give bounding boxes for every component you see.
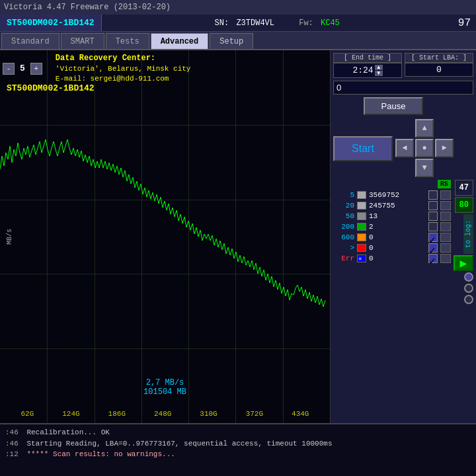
drive-bar: ST500DM002-1BD142 SN: Z3TDW4VL Fw: KC45 … (0, 15, 476, 32)
speed-plus-btn[interactable]: + (30, 63, 42, 75)
log-area: :46 Recalibration... OK :46 Starting Rea… (0, 423, 476, 476)
scan-check-5[interactable]: ✓ (428, 243, 438, 253)
speed-minus-btn[interactable]: - (3, 63, 15, 75)
drive-sn: SN: Z3TDW4VL Fw: KC45 (102, 19, 453, 28)
nav-right-btn[interactable]: ► (435, 139, 454, 157)
end-time-label: [ End time ] (333, 53, 402, 63)
drc-title: Data Recovery Center: (56, 53, 191, 64)
scan-row-4: 600 0 ✓ (333, 232, 451, 243)
scan-mini-0 (440, 190, 451, 200)
scan-ms-2: 50 (333, 212, 354, 220)
scan-mini-5 (440, 243, 451, 253)
drc-line2: E-mail: sergei@hdd-911.com (56, 74, 191, 84)
end-time-value: 2:24 ▲ ▼ (333, 63, 402, 78)
speed-value: 5 (20, 63, 25, 73)
y-axis-label: MB/s (6, 229, 13, 245)
scan-check-1[interactable] (428, 201, 438, 210)
scan-mini-2 (440, 212, 451, 221)
nav-up-btn[interactable]: ▲ (415, 119, 434, 138)
scan-count-4: 0 (369, 233, 426, 241)
time-down-btn[interactable]: ▼ (375, 71, 383, 76)
start-lba-label: [ Start LBA: ] (405, 53, 473, 63)
scan-check-0[interactable] (428, 190, 438, 200)
scan-row-3: 200 2 (333, 221, 451, 232)
start-row: Start ▲ ◄ ● ► ▼ (333, 118, 454, 177)
tab-smart[interactable]: SMART (61, 33, 104, 49)
start-lba-value: 0 (405, 63, 473, 77)
scan-row-2: 50 13 (333, 211, 451, 221)
current-speed: 2,7 MB/s (143, 378, 186, 387)
current-size: 101504 MB (143, 387, 186, 397)
fw-value: KC45 (321, 19, 340, 28)
time-stepper[interactable]: ▲ ▼ (375, 65, 383, 76)
scan-section: RS 5 3569752 20 245755 (333, 180, 473, 304)
start-lba-group: [ Start LBA: ] 0 (405, 53, 473, 77)
right-extras: 47 80 to log: ▶ (454, 180, 473, 304)
graph-svg (0, 50, 330, 423)
scan-color-6: ✕ (357, 255, 366, 262)
nav-empty-bl (395, 159, 414, 177)
scan-check-4[interactable]: ✓ (428, 233, 438, 242)
radio-group (464, 272, 473, 304)
tab-tests[interactable]: Tests (106, 33, 149, 49)
scan-count-1: 245755 (369, 202, 426, 210)
svg-rect-0 (0, 70, 330, 387)
scan-color-4 (357, 233, 366, 241)
nav-empty-br (435, 159, 454, 177)
scan-count-2: 13 (369, 212, 426, 220)
controls-col: Pause Start ▲ ◄ ● ► ▼ (333, 97, 454, 177)
scan-mini-6 (440, 254, 451, 263)
log-text-1: Starting Reading, LBA=0..976773167, sequ… (26, 440, 332, 448)
fw-label: Fw: (299, 19, 313, 28)
pause-button[interactable]: Pause (364, 97, 423, 115)
sn-value: Z3TDW4VL (236, 19, 274, 28)
tab-advanced[interactable]: Advanced (151, 33, 209, 49)
drive-num: 97 (453, 17, 476, 29)
scan-color-3 (357, 223, 366, 231)
title-bar: Victoria 4.47 Freeware (2013-02-20) (0, 0, 476, 15)
scan-check-3[interactable] (428, 222, 438, 231)
scan-ms-0: 5 (333, 191, 354, 199)
scan-mini-1 (440, 201, 451, 210)
main-content: - 5 + Data Recovery Center: 'Victoria', … (0, 50, 476, 423)
controls-and-scan: Pause Start ▲ ◄ ● ► ▼ (333, 97, 473, 177)
scan-ms-5: > (333, 244, 354, 252)
time-up-btn[interactable]: ▲ (375, 65, 383, 70)
log-text-0: Recalibration... OK (26, 428, 109, 436)
right-panel: [ End time ] 2:24 ▲ ▼ [ Start LBA: ] 0 (331, 50, 476, 423)
nav-center-btn[interactable]: ● (415, 139, 434, 157)
graph-area: - 5 + Data Recovery Center: 'Victoria', … (0, 50, 331, 423)
scan-color-5 (357, 244, 366, 252)
graph-top-controls: - 5 + Data Recovery Center: 'Victoria', … (3, 53, 327, 85)
nav-left-btn[interactable]: ◄ (395, 139, 414, 157)
x-label-0: 62G (20, 410, 34, 418)
log-time-2: :12 (5, 450, 19, 458)
to-log-label: to log: (463, 214, 473, 254)
nav-empty-tr (435, 119, 454, 138)
tab-setup[interactable]: Setup (210, 33, 253, 49)
rv-80: 80 (455, 197, 473, 213)
scan-ms-1: 20 (333, 202, 354, 210)
scan-count-0: 3569752 (369, 191, 426, 199)
lba-input[interactable] (333, 81, 473, 95)
log-entry-1: :46 Starting Reading, LBA=0..976773167, … (5, 438, 471, 450)
radio-1[interactable] (464, 272, 473, 282)
app-title: Victoria 4.47 Freeware (2013-02-20) (4, 3, 171, 12)
scan-check-2[interactable] (428, 212, 438, 221)
drive-model: ST500DM002-1BD142 (0, 15, 102, 31)
end-time-group: [ End time ] 2:24 ▲ ▼ (333, 53, 402, 78)
scan-ms-6: Err (333, 255, 354, 262)
nav-down-btn[interactable]: ▼ (415, 159, 434, 177)
start-button[interactable]: Start (333, 136, 393, 161)
play-btn[interactable]: ▶ (454, 255, 473, 271)
scan-check-6[interactable]: ✓ (428, 254, 438, 263)
radio-2[interactable] (464, 284, 473, 293)
nav-cross: ▲ ◄ ● ► ▼ (395, 119, 454, 177)
x-axis: 62G 124G 186G 248G 310G 372G 434G (0, 410, 330, 418)
radio-3[interactable] (464, 295, 473, 304)
rs-label: RS (438, 180, 451, 188)
tab-standard[interactable]: Standard (1, 33, 60, 49)
scan-count-5: 0 (369, 244, 426, 252)
scan-mini-4 (440, 233, 451, 242)
log-text-2: ***** Scan results: no warnings... (26, 450, 175, 458)
